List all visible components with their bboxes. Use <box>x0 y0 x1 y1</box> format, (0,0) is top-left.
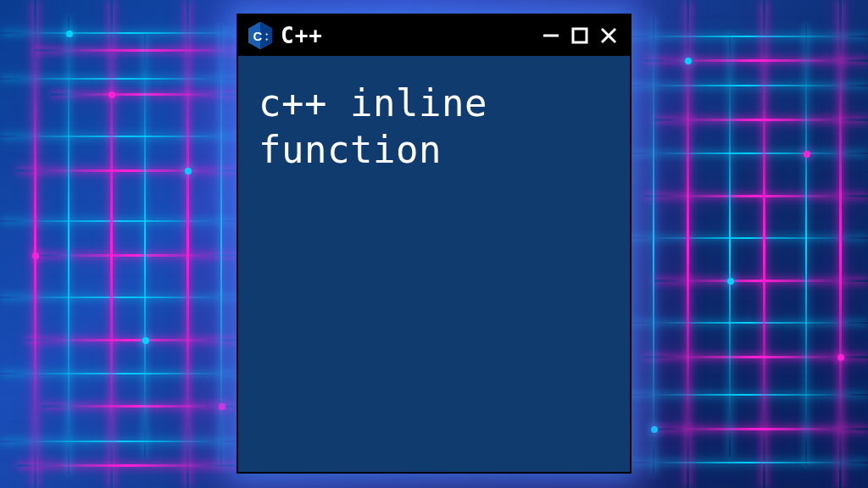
maximize-button[interactable] <box>569 25 591 47</box>
close-button[interactable] <box>598 25 620 47</box>
svg-text:C: C <box>253 29 263 43</box>
terminal-content: c++ inline function <box>238 56 630 197</box>
content-line-2: function <box>259 126 609 173</box>
titlebar[interactable]: C + + C++ <box>238 15 630 56</box>
minimize-button[interactable] <box>540 25 562 47</box>
svg-rect-6 <box>573 29 587 42</box>
window-title: C++ <box>281 23 531 48</box>
terminal-window: C + + C++ c++ inline function <box>236 14 632 474</box>
svg-text:+: + <box>265 36 269 42</box>
window-controls <box>540 25 620 47</box>
content-line-1: c++ inline <box>259 80 609 126</box>
cpp-logo-icon: C + + <box>248 22 272 49</box>
